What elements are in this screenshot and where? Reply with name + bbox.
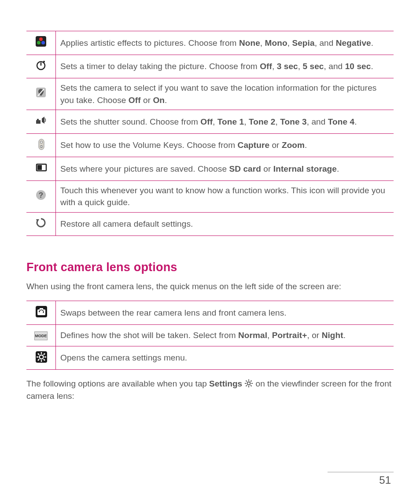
swap-camera-icon [35, 305, 47, 317]
icon-cell [26, 301, 56, 325]
icon-cell [26, 55, 56, 78]
shutter-sound-icon [35, 114, 47, 126]
color-effect-icon [35, 35, 47, 48]
description-cell: Sets the shutter sound. Choose from Off,… [56, 110, 394, 134]
description-cell: Set how to use the Volume Keys. Choose f… [56, 133, 394, 157]
description-cell: Defines how the shot will be taken. Sele… [56, 324, 394, 346]
table-row: Set how to use the Volume Keys. Choose f… [26, 133, 394, 157]
page-footer: 51 [26, 472, 394, 486]
table-row: Opens the camera settings menu. [26, 346, 394, 370]
geotag-icon [35, 86, 47, 99]
table-row: Swaps between the rear camera lens and f… [26, 301, 394, 325]
table-row: Sets a timer to delay taking the picture… [26, 55, 394, 78]
manual-page: Applies artistic effects to pictures. Ch… [0, 0, 420, 504]
timer-icon [35, 59, 47, 71]
icon-cell [26, 157, 56, 181]
description-cell: Touch this whenever you want to know how… [56, 180, 394, 212]
page-number: 51 [379, 474, 394, 486]
description-cell: Swaps between the rear camera lens and f… [56, 301, 394, 325]
table-row: Restore all camera default settings. [26, 212, 394, 236]
description-cell: Sets a timer to delay taking the picture… [56, 55, 394, 78]
mode-icon: MODE [34, 331, 48, 340]
description-cell: Opens the camera settings menu. [56, 346, 394, 370]
volume-key-icon [35, 138, 47, 150]
description-cell: Sets where your pictures are saved. Choo… [56, 157, 394, 181]
settings-icon [35, 350, 47, 363]
description-cell: Restore all camera default settings. [56, 212, 394, 236]
table-row: Sets the shutter sound. Choose from Off,… [26, 110, 394, 134]
description-cell: Applies artistic effects to pictures. Ch… [56, 31, 394, 55]
settings-icon-inline [244, 379, 253, 388]
icon-cell [26, 78, 56, 110]
table-row: Sets the camera to select if you want to… [26, 78, 394, 110]
storage-icon [35, 161, 47, 173]
table-row: Sets where your pictures are saved. Choo… [26, 157, 394, 181]
section-heading: Front camera lens options [26, 261, 394, 274]
reset-icon [35, 217, 47, 229]
icon-cell [26, 110, 56, 134]
icon-cell [26, 212, 56, 236]
icon-cell [26, 31, 56, 55]
icon-cell [26, 346, 56, 370]
table-row: Touch this whenever you want to know how… [26, 180, 394, 212]
table-row: Applies artistic effects to pictures. Ch… [26, 31, 394, 55]
table-row: MODEDefines how the shot will be taken. … [26, 324, 394, 346]
front-camera-options-table: Swaps between the rear camera lens and f… [26, 301, 394, 370]
icon-cell: MODE [26, 324, 56, 346]
help-icon [35, 189, 47, 201]
closing-paragraph: The following options are available when… [26, 378, 394, 402]
section-intro: When using the front camera lens, the qu… [26, 280, 394, 293]
icon-cell [26, 133, 56, 157]
description-cell: Sets the camera to select if you want to… [56, 78, 394, 110]
camera-settings-table: Applies artistic effects to pictures. Ch… [26, 31, 394, 236]
icon-cell [26, 180, 56, 212]
